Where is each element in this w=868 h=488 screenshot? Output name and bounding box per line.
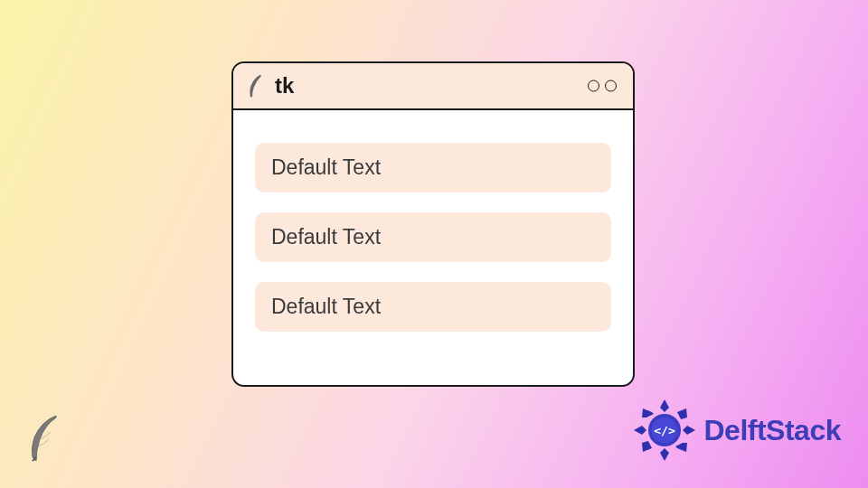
window-body: Default Text Default Text Default Text — [233, 110, 633, 350]
titlebar[interactable]: tk — [233, 63, 633, 110]
window-control-close[interactable] — [605, 80, 617, 92]
brand-name: DelftStack — [704, 414, 842, 447]
svg-text:</>: </> — [654, 424, 675, 437]
window-controls — [588, 80, 617, 92]
feather-icon — [25, 412, 65, 463]
feather-icon — [246, 73, 266, 99]
window-control-minimize[interactable] — [588, 80, 599, 92]
mandala-logo-icon: </> — [630, 396, 699, 465]
tk-window: tk Default Text Default Text Default Tex… — [231, 61, 635, 387]
delftstack-logo: </> DelftStack — [630, 396, 842, 465]
entry-input-1[interactable]: Default Text — [255, 143, 611, 192]
window-title: tk — [275, 73, 294, 99]
entry-input-3[interactable]: Default Text — [255, 282, 611, 332]
entry-input-2[interactable]: Default Text — [255, 212, 611, 262]
